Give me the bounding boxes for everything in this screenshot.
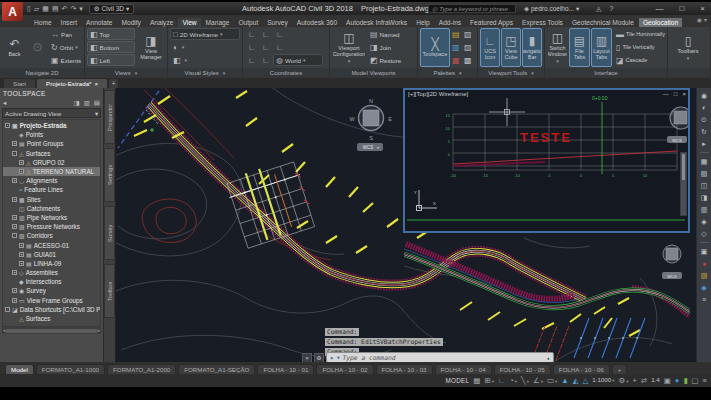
nav-icon[interactable] — [700, 152, 709, 153]
ucs-z-button[interactable]: ∟ — [273, 41, 286, 53]
customization-icon[interactable]: ≡ — [703, 377, 707, 385]
drawing-view-selector[interactable]: Active Drawing View▾ — [2, 108, 101, 118]
expand-icon[interactable]: + — [12, 288, 17, 293]
ucs-named-select[interactable]: ◍World — [273, 54, 323, 66]
expand-icon[interactable]: + — [12, 197, 17, 202]
expand-icon[interactable]: + — [12, 298, 17, 303]
help-search-input[interactable]: ◎ Type a keyword or phrase — [428, 4, 516, 13]
cascade-button[interactable]: ◪Cascade — [613, 54, 667, 66]
layout-tab[interactable]: FORMATO_A1-2000 — [107, 364, 176, 374]
scrollbar-thumb[interactable] — [6, 329, 96, 333]
ucs-world-button[interactable]: ∟ — [245, 41, 258, 53]
plot-icon[interactable]: ▤ — [52, 5, 59, 13]
visual-style-face-button[interactable]: ◧ — [170, 54, 240, 66]
trusted-autodesk-icon[interactable]: ▮ — [683, 377, 687, 385]
zoom-icon[interactable]: ⊙ — [699, 114, 710, 125]
view-cube-toggle[interactable]: ◳View Cube — [501, 28, 521, 67]
properties-palette-button[interactable]: ▤ — [451, 28, 462, 40]
quick-properties-icon[interactable]: ▣ — [664, 377, 671, 385]
annotation-monitor-icon[interactable]: + — [632, 377, 636, 385]
redo-icon[interactable]: ↷ — [70, 5, 76, 13]
minimize-button[interactable]: — — [663, 91, 669, 97]
annotate-icon[interactable]: ▨ — [699, 270, 710, 281]
orbit-button[interactable]: ↻Orbit — [48, 41, 82, 53]
a360-icon[interactable]: ◬ — [596, 5, 601, 13]
ribbon-tab[interactable]: Add-ins — [435, 18, 465, 27]
expand-icon[interactable]: - — [12, 233, 17, 238]
vertical-scrollbar[interactable] — [680, 152, 687, 216]
wcs-pill[interactable]: WCS ▾ — [357, 143, 383, 151]
tree-item[interactable]: ◬ Surfaces — [3, 314, 100, 323]
ucs-object-button[interactable]: ∟ — [259, 41, 272, 53]
steering-icon[interactable]: ▦ — [699, 156, 710, 167]
layout-tab[interactable]: + — [612, 364, 628, 374]
share-icon[interactable]: ◆ — [699, 282, 710, 293]
pan-button[interactable]: ↔Pan — [48, 28, 82, 40]
palette-icon[interactable]: ▧ — [699, 168, 710, 179]
tree-item[interactable]: + ▤ ACESSO-01 — [3, 240, 100, 249]
expand-icon[interactable]: + — [12, 270, 17, 275]
layout-tab[interactable]: FOLHA - 10 - 06 — [553, 364, 610, 374]
expand-icon[interactable]: + — [12, 215, 17, 220]
qat-dropdown-icon[interactable]: ▾ — [79, 5, 83, 13]
expand-icon[interactable]: - — [5, 307, 10, 312]
file-tab-start[interactable]: Start — [4, 79, 35, 88]
layout-tab[interactable]: FORMATO_A1-SEÇÃO — [178, 364, 255, 374]
isodra ft-icon[interactable]: ∠ — [533, 377, 543, 385]
back-button[interactable]: ↶Back — [2, 28, 27, 67]
tree-item[interactable]: ◈ Points — [3, 130, 100, 139]
model-space-button[interactable]: MODEL — [445, 377, 469, 384]
layout-tab[interactable]: FOLHA - 10 - 04 — [435, 364, 492, 374]
recent-commands-icon[interactable]: ▴ — [546, 354, 550, 361]
ribbon-tab[interactable]: Autodesk InfraWorks — [342, 18, 411, 27]
minimize-button[interactable]: — — [655, 4, 663, 13]
tree-item[interactable]: + ▨ Pressure Networks — [3, 222, 100, 231]
tree-item[interactable]: ◫ Catchments — [3, 204, 100, 213]
layout-tab[interactable]: FOLHA - 10 - 02 — [316, 364, 373, 374]
view-manager-button[interactable]: ◨View Manager — [136, 28, 166, 67]
wcs-pill[interactable]: WCS — [662, 272, 682, 279]
design-center-button[interactable]: ▨ — [463, 41, 474, 53]
toolspace-side-tab[interactable]: Survey — [104, 206, 115, 260]
maximize-button[interactable]: □ — [674, 91, 678, 97]
visual-style-sphere-button[interactable]: ◐ — [170, 41, 240, 53]
toolspace-side-tab[interactable]: Prospector — [104, 90, 115, 144]
expand-icon[interactable]: - — [12, 151, 17, 156]
measure-icon[interactable]: ◇ — [699, 228, 710, 239]
markup-palette-button[interactable]: ▩ — [463, 54, 474, 66]
infer-constraints-icon[interactable]: ∟ — [498, 377, 505, 385]
ribbon-tab[interactable]: Geolocation — [639, 18, 682, 27]
layout-tab[interactable]: FOLHA - 10 - 05 — [494, 364, 551, 374]
view-bottom-item[interactable]: ◧Bottom — [87, 41, 135, 53]
layout-tab[interactable]: Model — [5, 364, 34, 374]
expand-icon[interactable]: - — [5, 123, 10, 128]
tree-item[interactable]: + ◇ Assemblies — [3, 268, 100, 277]
compass-north-label[interactable]: N — [369, 98, 373, 104]
tree-item[interactable]: + ◬ GRUPO 02 — [3, 158, 100, 167]
close-icon[interactable]: × — [302, 353, 312, 363]
compass-east-label[interactable]: E — [388, 116, 392, 122]
close-button[interactable]: × — [700, 4, 705, 13]
ribbon-tab[interactable]: Autodesk 360 — [293, 18, 341, 27]
ucs-button[interactable]: ∟ — [245, 28, 258, 40]
section-viewport[interactable]: WCS — [404, 236, 690, 362]
ucs-prev-button[interactable]: ∟ — [245, 54, 258, 66]
properties-icon[interactable]: ◨ — [699, 192, 710, 203]
scroll-left-icon[interactable]: ◂ — [3, 328, 5, 333]
save-icon[interactable]: ▦ — [42, 5, 49, 13]
expand-icon[interactable]: + — [12, 178, 17, 183]
ribbon-tab[interactable]: Output — [234, 18, 262, 27]
named-viewports-button[interactable]: ▤Named — [367, 28, 409, 40]
menu-icon[interactable]: ≡ — [699, 294, 710, 305]
pan-icon[interactable]: ◐ — [699, 102, 710, 113]
annotation-scale-value[interactable]: 1:1000 — [592, 377, 614, 384]
expand-icon[interactable]: + — [19, 169, 24, 174]
view-top-item[interactable]: ◧Top — [87, 28, 135, 40]
ribbon-tab[interactable]: Survey — [263, 18, 292, 27]
ucs-origin-button[interactable]: ∟ — [273, 28, 286, 40]
tree-item[interactable]: + ▤ Point Groups — [3, 139, 100, 148]
command-input[interactable]: ▸ ▾ Type a command ▴ — [326, 352, 554, 362]
profile-view-canvas[interactable]: 15 10 5 0 -20 -15 -10 -5 0 5 10 TESTE 0+… — [405, 90, 688, 231]
tree-item[interactable]: + ◬ TERRENO NATURAL — [3, 167, 100, 176]
close-button[interactable]: × — [682, 91, 686, 97]
